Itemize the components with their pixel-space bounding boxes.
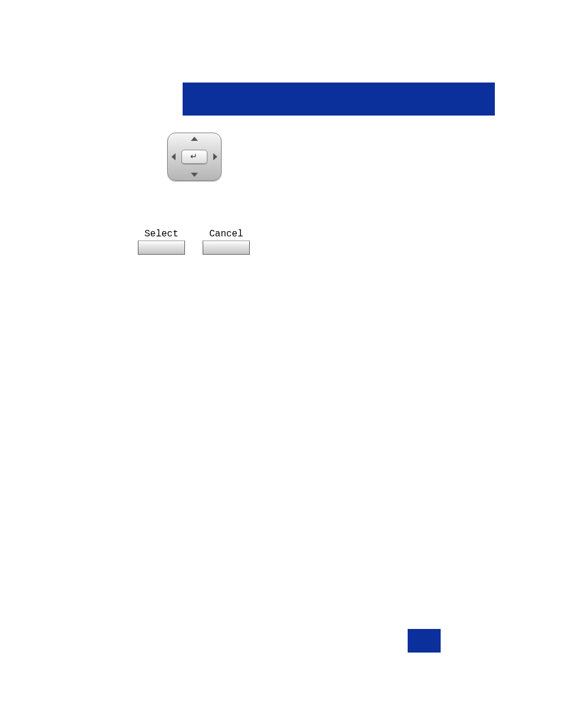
page-number-box	[408, 629, 441, 653]
enter-icon	[190, 154, 199, 160]
page-root: { "banner": { "text": "" }, "nav_pad": {…	[0, 0, 562, 728]
soft-button-area: Select Cancel	[138, 229, 250, 255]
soft-right-label: Cancel	[209, 229, 243, 239]
enter-button[interactable]	[181, 150, 207, 164]
soft-right-button[interactable]	[203, 241, 250, 255]
soft-left-label: Select	[144, 229, 178, 239]
nav-pad[interactable]	[167, 133, 222, 181]
soft-left-button[interactable]	[138, 241, 185, 255]
arrow-up-icon[interactable]	[191, 137, 198, 141]
arrow-right-icon[interactable]	[213, 153, 217, 160]
section-banner	[183, 83, 495, 116]
soft-left-group: Select	[138, 229, 185, 255]
soft-right-group: Cancel	[203, 229, 250, 255]
arrow-down-icon[interactable]	[191, 173, 198, 177]
arrow-left-icon[interactable]	[171, 153, 176, 160]
